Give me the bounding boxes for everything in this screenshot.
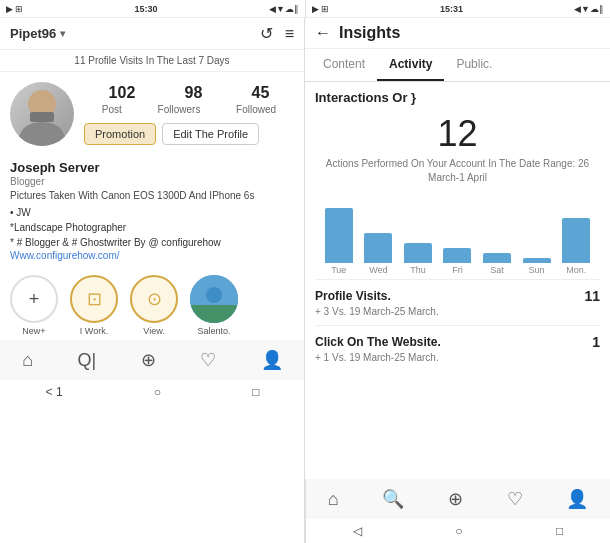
profile-visits-value: 11 [584,288,600,304]
icon-label-view: View. [143,326,164,336]
nav-home-left[interactable]: ⌂ [22,350,33,371]
bar-sat-label: Sat [490,265,504,275]
camera-icon[interactable]: ⊙ [130,275,178,323]
insights-content: Interactions Or } 12 Actions Performed O… [305,82,610,479]
right-status-time: 15:31 [440,4,463,14]
bar-mon: Mon. [562,218,590,275]
left-status-right-icons: ◀▼☁∥ [269,4,299,14]
back-button-left[interactable]: < 1 [46,385,63,399]
right-panel: ← Insights Content Activity Public. Inte… [305,18,610,543]
interactions-label: Interactions Or } [315,90,600,105]
bio-section: Joseph Server Blogger Pictures Taken Wit… [0,156,304,267]
sys-bar-right: ◁ ○ □ [305,519,610,543]
recent-button-left[interactable]: □ [252,385,259,399]
metric-profile-visits-title: Profile Visits. 11 [315,288,600,304]
bar-wed-bar [364,233,392,263]
right-status-bar: ▶ ⊞ 15:31 ◀▼☁∥ [305,0,610,18]
icon-label-work: I Work. [80,326,108,336]
photo-svg [190,275,238,323]
nav-search-right[interactable]: 🔍 [382,488,404,510]
tab-content[interactable]: Content [311,49,377,81]
bar-sun-label: Sun [529,265,545,275]
nav-add-right[interactable]: ⊕ [448,488,463,510]
back-arrow-icon[interactable]: ← [315,24,331,42]
icon-item-photo: Salento. [190,275,238,336]
bar-thu: Thu [404,243,432,275]
promotion-button[interactable]: Promotion [84,123,156,145]
nav-add-left[interactable]: ⊕ [141,349,156,371]
profile-name-row[interactable]: Pipet96 ▾ [10,26,65,41]
bio-camera-desc: Pictures Taken With Canon EOS 1300D And … [10,190,294,201]
metric-profile-visits: Profile Visits. 11 + 3 Vs. 19 March-25 M… [315,279,600,325]
nav-profile-right[interactable]: 👤 [566,488,588,510]
action-buttons: Promotion Edit The Profile [84,123,294,145]
bio-tag3: * # Blogger & # Ghostwriter By @ configu… [10,235,294,250]
visits-notice: 11 Profile Visits In The Last 7 Days [0,50,304,72]
actions-description: Actions Performed On Your Account In The… [315,157,600,185]
followers-label: Followers [158,104,201,115]
bar-sat: Sat [483,253,511,275]
bio-role: Blogger [10,176,294,187]
right-status-left-icons: ▶ ⊞ [312,4,329,14]
bio-tag1: • JW [10,205,294,220]
bottom-nav-left: ⌂ Q| ⊕ ♡ 👤 [0,340,305,380]
nav-heart-right[interactable]: ♡ [507,488,523,510]
nav-profile-left[interactable]: 👤 [261,349,283,371]
left-header-icons: ↺ ≡ [260,24,294,43]
icon-item-view: ⊙ View. [130,275,178,336]
stat-labels: Post Followers Followed [84,104,294,115]
icon-item-work: ⊡ I Work. [70,275,118,336]
bar-tue-label: Tue [331,265,346,275]
right-status-right-icons: ◀▼☁∥ [574,4,604,14]
profile-visits-change: + 3 Vs. 19 March-25 March. [315,306,600,317]
flag-icon-r: ⊞ [321,4,329,14]
bar-chart: Tue Wed Thu Fri Sat [315,195,600,275]
avatar-svg [10,82,74,146]
new-plus-icon[interactable]: + [10,275,58,323]
laptop-icon[interactable]: ⊡ [70,275,118,323]
bar-fri-bar [443,248,471,263]
left-status-bar: ▶ ⊞ 15:30 ◀▼☁∥ [0,0,305,18]
history-icon[interactable]: ↺ [260,24,273,43]
bar-tue-bar [325,208,353,263]
sys-bar-left: < 1 ○ □ [0,380,305,404]
profile-section: 102 98 45 Post Followers Followed Promot… [0,72,304,156]
menu-icon[interactable]: ≡ [285,25,294,43]
bar-wed-label: Wed [369,265,387,275]
back-button-right[interactable]: ◁ [353,524,362,538]
app-icon-r: ▶ [312,4,319,14]
avatar [10,82,74,146]
edit-profile-button[interactable]: Edit The Profile [162,123,259,145]
stats-numbers: 102 98 45 [84,84,294,102]
post-label: Post [102,104,122,115]
home-button-right[interactable]: ○ [455,524,462,538]
flag-icon: ⊞ [15,4,23,14]
metric-website-clicks-title: Click On The Website. 1 [315,334,600,350]
bar-sun-bar [523,258,551,263]
app-icon: ▶ [6,4,13,14]
nav-search-left[interactable]: Q| [78,350,97,371]
tab-activity[interactable]: Activity [377,49,444,81]
signal-icon-r: ◀▼☁∥ [574,4,604,14]
chevron-down-icon: ▾ [60,28,65,39]
bio-tag2: *Landscape Photographer [10,220,294,235]
home-button-left[interactable]: ○ [154,385,161,399]
nav-heart-left[interactable]: ♡ [200,349,216,371]
tabs-row: Content Activity Public. [305,49,610,82]
bio-name: Joseph Server [10,160,294,175]
website-clicks-value: 1 [592,334,600,350]
profile-visits-label: Profile Visits. [315,289,391,303]
photo-icon[interactable] [190,275,238,323]
recent-button-right[interactable]: □ [556,524,563,538]
bio-link[interactable]: Www.configurehow.com/ [10,250,294,261]
posts-count: 102 [109,84,136,102]
nav-home-right[interactable]: ⌂ [328,489,339,510]
tab-public[interactable]: Public. [444,49,504,81]
bar-mon-label: Mon. [566,265,586,275]
followers-stat: 98 [185,84,203,102]
right-header: ← Insights [305,18,610,49]
metric-website-clicks: Click On The Website. 1 + 1 Vs. 19 March… [315,325,600,371]
big-metric-number: 12 [315,113,600,155]
followed-stat: 45 [252,84,270,102]
bar-sat-bar [483,253,511,263]
